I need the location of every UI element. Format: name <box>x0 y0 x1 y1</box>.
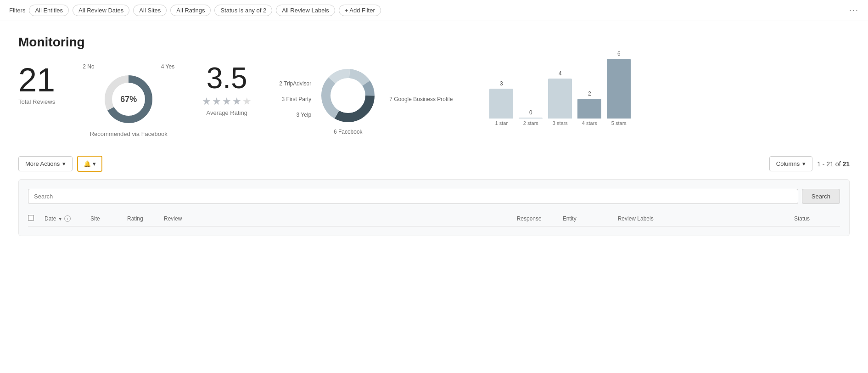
facebook-donut-percentage: 67% <box>120 95 137 104</box>
rating-label: Rating <box>127 215 143 222</box>
col-site-header: Site <box>90 215 127 222</box>
bar-3star <box>548 79 572 119</box>
bar-4star <box>577 99 601 119</box>
google-label: 7 Google Business Profile <box>389 96 453 102</box>
bar-chart-area: 3 1 star 0 2 stars 4 3 stars <box>489 63 631 137</box>
total-reviews-label: Total Reviews <box>18 98 55 105</box>
site-donut-container: 6 Facebook <box>316 63 380 135</box>
date-sort-icon: ▼ <box>58 216 62 221</box>
col-status-header: Status <box>794 215 840 222</box>
filter-chip-review-labels[interactable]: All Review Labels <box>276 5 335 16</box>
col-response-header: Response <box>517 215 563 222</box>
site-label: Site <box>90 215 100 222</box>
table-section: Search Date ▼ i Site Rating Review Respo… <box>18 179 850 236</box>
no-label: 2 No <box>83 63 94 70</box>
columns-button[interactable]: Columns ▾ <box>769 156 812 171</box>
yelp-label: 3 Yelp <box>279 112 311 118</box>
pagination-range: 1 - 21 <box>817 160 834 168</box>
main-content: Monitoring 21 Total Reviews 2 No 4 Yes 6… <box>0 21 868 236</box>
bell-button[interactable]: 🔔 ▾ <box>77 156 102 172</box>
star-1: ★ <box>202 96 211 107</box>
date-label: Date <box>45 215 56 222</box>
tripadvisor-label: 2 TripAdvisor <box>279 80 311 87</box>
total-reviews-stat: 21 Total Reviews <box>18 63 55 105</box>
pagination-total: 21 <box>842 160 850 168</box>
site-donut-svg <box>316 63 380 128</box>
status-label: Status <box>794 215 810 222</box>
filter-label: Filters <box>9 7 25 14</box>
avg-rating-stat: 3.5 ★ ★ ★ ★ ★ Average Rating <box>202 63 252 116</box>
bar-col-5star: 6 5 stars <box>607 51 631 126</box>
filter-chip-sites[interactable]: All Sites <box>133 5 167 16</box>
col-date-header[interactable]: Date ▼ i <box>45 215 90 222</box>
bar-1star <box>489 89 513 119</box>
svg-point-7 <box>332 80 364 111</box>
bar-2star <box>519 118 543 119</box>
facebook-bottom-label: Recommended via Facebook <box>90 130 168 137</box>
col-review-header: Review <box>164 215 517 222</box>
facebook-donut-stat: 2 No 4 Yes 67% Recommended via Facebook <box>83 63 174 137</box>
avg-rating-number: 3.5 <box>207 63 247 93</box>
col-labels-header: Review Labels <box>618 215 794 222</box>
review-labels-label: Review Labels <box>618 215 654 222</box>
star-4: ★ <box>232 96 241 107</box>
bar-5star <box>607 59 631 119</box>
site-donut-left-labels: 2 TripAdvisor 3 First Party 3 Yelp <box>279 80 311 118</box>
search-row: Search <box>28 189 840 204</box>
col-rating-header: Rating <box>127 215 164 222</box>
facebook-site-label: 6 Facebook <box>334 129 363 135</box>
date-info-icon[interactable]: i <box>64 215 71 222</box>
search-input[interactable] <box>28 189 798 204</box>
review-label: Review <box>164 215 182 222</box>
bar-col-2star: 0 2 stars <box>519 109 543 126</box>
total-reviews-number: 21 <box>18 63 55 96</box>
site-donut-stat: 2 TripAdvisor 3 First Party 3 Yelp 6 Fac… <box>279 63 453 135</box>
site-donut-right-labels: 7 Google Business Profile <box>389 96 453 102</box>
avg-rating-label: Average Rating <box>207 109 247 116</box>
col-entity-header: Entity <box>563 215 618 222</box>
filter-chip-status[interactable]: Status is any of 2 <box>214 5 272 16</box>
pagination-info: 1 - 21 of 21 <box>817 160 850 168</box>
filter-bar: Filters All Entities All Review Dates Al… <box>0 0 868 21</box>
add-filter-button[interactable]: + Add Filter <box>339 5 381 16</box>
entity-label: Entity <box>563 215 577 222</box>
search-button[interactable]: Search <box>802 189 840 204</box>
pagination-of: of <box>835 160 843 168</box>
stats-row: 21 Total Reviews 2 No 4 Yes 67% Recommen… <box>18 63 850 137</box>
table-header: Date ▼ i Site Rating Review Response Ent… <box>28 211 840 226</box>
more-actions-button[interactable]: More Actions ▾ <box>18 156 73 171</box>
columns-chevron-icon: ▾ <box>802 160 806 167</box>
bell-icon: 🔔 <box>84 160 91 167</box>
more-actions-chevron-icon: ▾ <box>62 160 66 167</box>
more-options-icon[interactable]: ··· <box>849 6 859 15</box>
filter-chip-entities[interactable]: All Entities <box>29 5 69 16</box>
filter-chip-ratings[interactable]: All Ratings <box>170 5 211 16</box>
yes-label: 4 Yes <box>161 63 174 70</box>
filter-chip-review-dates[interactable]: All Review Dates <box>73 5 129 16</box>
bar-col-4star: 2 4 stars <box>577 90 601 126</box>
rating-stars: ★ ★ ★ ★ ★ <box>202 96 252 107</box>
columns-label: Columns <box>776 160 800 167</box>
bell-chevron-icon: ▾ <box>93 160 96 167</box>
bar-col-3star: 4 3 stars <box>548 70 572 126</box>
facebook-donut: 67% <box>101 72 156 127</box>
more-actions-label: More Actions <box>25 160 60 167</box>
select-all-checkbox[interactable] <box>28 215 34 221</box>
col-checkbox-header <box>28 215 45 222</box>
bar-chart-stat: 3 1 star 0 2 stars 4 3 stars <box>489 63 631 137</box>
first-party-label: 3 First Party <box>279 96 311 102</box>
star-3: ★ <box>222 96 231 107</box>
star-5: ★ <box>242 96 252 107</box>
page-title: Monitoring <box>18 35 850 50</box>
star-2: ★ <box>212 96 221 107</box>
response-label: Response <box>517 215 542 222</box>
bar-col-1star: 3 1 star <box>489 80 513 126</box>
actions-row: More Actions ▾ 🔔 ▾ Columns ▾ 1 - 21 of 2… <box>18 156 850 172</box>
